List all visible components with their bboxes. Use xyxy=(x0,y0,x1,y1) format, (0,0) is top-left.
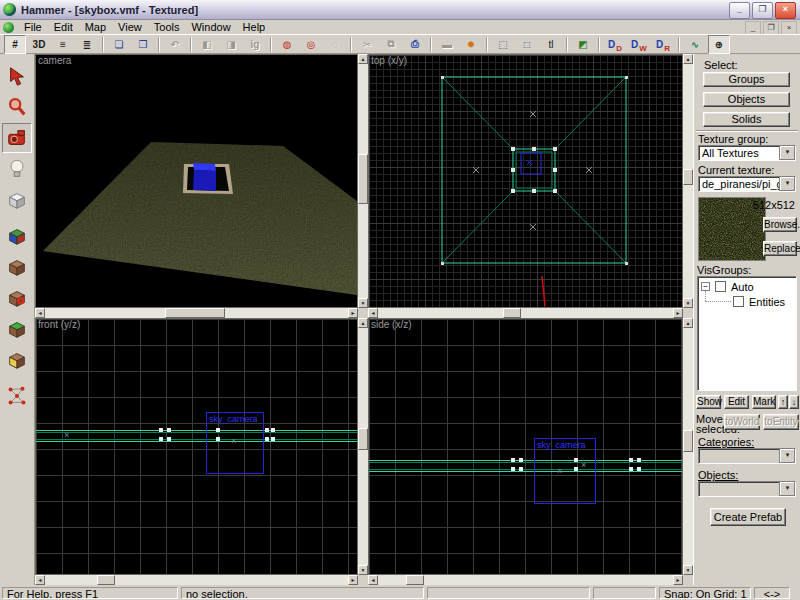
visgroup-mark-button[interactable]: Mark xyxy=(752,395,776,409)
selection-handle[interactable] xyxy=(167,428,171,432)
solids-button[interactable]: Solids xyxy=(703,112,790,127)
viewport-camera[interactable]: camera xyxy=(35,54,358,308)
select-box-small-icon[interactable]: ⬚ xyxy=(516,35,538,54)
selection-handle[interactable] xyxy=(629,467,633,471)
run-dr-icon[interactable]: DR xyxy=(652,35,674,54)
selection-handle[interactable] xyxy=(265,437,269,441)
selection-handle[interactable] xyxy=(519,458,523,462)
selection-handle[interactable] xyxy=(574,458,578,462)
viewport-side[interactable]: side (x/z) sky_camera xyxy=(368,318,683,575)
front-vscrollbar[interactable] xyxy=(358,318,368,575)
camera-hscrollbar[interactable] xyxy=(35,308,358,318)
carve-icon[interactable]: ◍ xyxy=(276,35,298,54)
menu-tools[interactable]: Tools xyxy=(148,21,186,34)
camera-tool-icon[interactable] xyxy=(2,123,32,153)
selection-handle[interactable] xyxy=(511,458,515,462)
move-up-button[interactable]: ↑ xyxy=(778,395,788,409)
smaller-grid-icon[interactable]: ≡ xyxy=(52,35,74,54)
side-hscrollbar[interactable] xyxy=(368,575,683,585)
objects-button[interactable]: Objects xyxy=(703,92,790,107)
texture-application-tool-icon[interactable] xyxy=(2,221,32,251)
selection-handle[interactable] xyxy=(159,437,163,441)
menu-help[interactable]: Help xyxy=(237,21,272,34)
undo-icon[interactable]: ↶ xyxy=(164,35,186,54)
top-vscrollbar[interactable] xyxy=(683,54,693,308)
menu-edit[interactable]: Edit xyxy=(48,21,79,34)
top-hscrollbar[interactable] xyxy=(368,308,683,318)
toworld-button[interactable]: toWorld xyxy=(724,414,760,430)
flip-horizontal-icon[interactable]: ◧ xyxy=(196,35,218,54)
visgroup-auto-label[interactable]: Auto xyxy=(731,281,754,293)
visgroup-show-button[interactable]: Show xyxy=(696,395,721,409)
larger-grid-icon[interactable]: ≣ xyxy=(76,35,98,54)
objects-select[interactable] xyxy=(698,481,796,497)
texture-lock-indicator-icon[interactable]: ✸ xyxy=(460,35,482,54)
entity-tool-icon[interactable] xyxy=(2,154,32,184)
mdi-restore-button[interactable]: ❐ xyxy=(763,21,779,35)
path-tool-icon[interactable] xyxy=(2,381,32,411)
replace-button[interactable]: Replace... xyxy=(763,241,797,256)
groups-button[interactable]: Groups xyxy=(703,72,790,87)
group-icon[interactable]: ◎ xyxy=(300,35,322,54)
menu-view[interactable]: View xyxy=(112,21,148,34)
mdi-close-button[interactable]: × xyxy=(781,21,797,35)
select-box-icon[interactable]: ⬚ xyxy=(492,35,514,54)
ignore-groups-icon[interactable]: ig xyxy=(244,35,266,54)
selection-handle[interactable] xyxy=(629,458,633,462)
menu-map[interactable]: Map xyxy=(79,21,112,34)
current-texture-select[interactable]: de_piranesi/pi_ground_ xyxy=(698,176,796,192)
toentity-button[interactable]: toEntity xyxy=(763,414,799,430)
browse-button[interactable]: Browse... xyxy=(763,217,797,232)
selection-handle[interactable] xyxy=(637,467,641,471)
menu-window[interactable]: Window xyxy=(185,21,236,34)
cordon-globe-icon[interactable]: ⊕ xyxy=(708,35,730,54)
selection-handle[interactable] xyxy=(511,467,515,471)
viewport-front[interactable]: front (y/z) sky_camera xyxy=(35,318,358,575)
vertex-tool-icon[interactable] xyxy=(2,345,32,375)
close-button[interactable]: × xyxy=(775,2,796,19)
selection-handle[interactable] xyxy=(167,437,171,441)
visgroup-entities-checkbox[interactable] xyxy=(733,296,744,307)
side-vscrollbar[interactable] xyxy=(683,318,693,575)
selection-handle[interactable] xyxy=(271,428,275,432)
categories-select[interactable] xyxy=(698,448,796,464)
restore-button[interactable]: ❐ xyxy=(752,2,773,19)
visgroups-tree[interactable]: Auto Entities xyxy=(697,276,797,391)
create-prefab-button[interactable]: Create Prefab xyxy=(710,508,786,526)
clipping-tool-icon[interactable] xyxy=(2,314,32,344)
cut-icon[interactable]: ✂ xyxy=(356,35,378,54)
selection-handle[interactable] xyxy=(216,428,220,432)
viewport-top[interactable]: top (x/y) xyxy=(368,54,683,308)
camera-vscrollbar[interactable] xyxy=(358,54,368,308)
apply-texture-tool-icon[interactable] xyxy=(2,252,32,282)
selection-handle[interactable] xyxy=(271,437,275,441)
texture-lock-toggle[interactable]: tl xyxy=(540,35,562,54)
path-curve-icon[interactable]: ∿ xyxy=(684,35,706,54)
selection-handle[interactable] xyxy=(159,428,163,432)
mdi-minimize-button[interactable]: _ xyxy=(745,21,761,35)
run-dw-icon[interactable]: DW xyxy=(628,35,650,54)
flip-vertical-icon[interactable]: ◨ xyxy=(220,35,242,54)
apply-decals-tool-icon[interactable] xyxy=(2,283,32,313)
save-window-state-icon[interactable]: ❐ xyxy=(132,35,154,54)
selection-tool-icon[interactable] xyxy=(2,61,32,91)
run-dd-icon[interactable]: DD xyxy=(604,35,626,54)
copy-icon[interactable]: ⧉ xyxy=(380,35,402,54)
selection-handle[interactable] xyxy=(265,428,269,432)
front-hscrollbar[interactable] xyxy=(35,575,358,585)
load-window-state-icon[interactable]: ❏ xyxy=(108,35,130,54)
camera-direction-line[interactable] xyxy=(542,276,545,306)
texture-group-select[interactable]: All Textures xyxy=(698,145,796,161)
move-down-button[interactable]: ↓ xyxy=(789,395,799,409)
ungroup-icon[interactable]: ◌ xyxy=(324,35,346,54)
chevron-down-icon[interactable] xyxy=(779,146,795,160)
apply-texture-icon[interactable]: ◩ xyxy=(572,35,594,54)
selection-handle[interactable] xyxy=(637,458,641,462)
visgroup-edit-button[interactable]: Edit xyxy=(724,395,749,409)
cordon-edit-icon[interactable]: ▬ xyxy=(436,35,458,54)
selection-handle[interactable] xyxy=(574,467,578,471)
selection-handle[interactable] xyxy=(216,437,220,441)
grid-3d-icon[interactable]: 3D xyxy=(28,35,50,54)
selection-handles[interactable] xyxy=(511,147,557,193)
paste-icon[interactable]: ⎙ xyxy=(404,35,426,54)
